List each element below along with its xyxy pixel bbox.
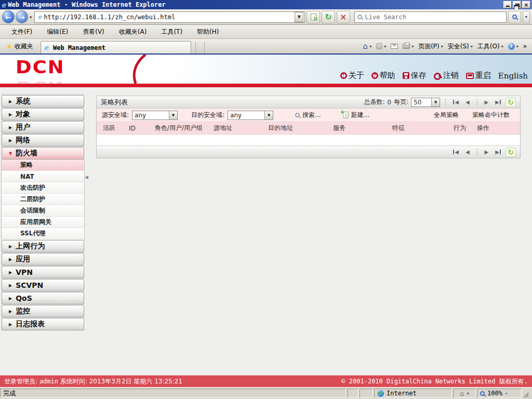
- favorites-button[interactable]: ★ 收藏夹: [2, 41, 37, 52]
- sidebar-item-vpn[interactable]: ▶VPN: [2, 266, 84, 278]
- dst-zone-select[interactable]: any ▼: [228, 111, 273, 120]
- sidebar-subitem-label: 二层防护: [20, 195, 45, 204]
- sidebar-subitem-l2-protection[interactable]: 二层防护: [1, 194, 85, 205]
- reboot-link[interactable]: 重启: [466, 71, 491, 81]
- status-panel: [347, 389, 358, 398]
- save-link[interactable]: 保存: [403, 71, 427, 81]
- ie-logo-icon: e: [2, 2, 6, 8]
- logout-link[interactable]: 注销: [434, 71, 459, 81]
- help-icon: ?: [508, 43, 515, 50]
- sidebar-subitem-label: 会话限制: [20, 206, 45, 215]
- restore-button[interactable]: [513, 1, 521, 8]
- home-icon: ⌂: [363, 42, 368, 51]
- sidebar-item-label: 日志报表: [16, 320, 45, 329]
- stop-button[interactable]: ×: [337, 11, 350, 23]
- about-link[interactable]: !关于: [340, 71, 364, 81]
- tab-web-management[interactable]: e Web Management: [41, 41, 191, 54]
- src-zone-select[interactable]: any ▼: [132, 111, 178, 120]
- address-input[interactable]: e http://192.168.1.1/zh_cn/webui.html ▼: [34, 11, 305, 23]
- back-button[interactable]: ←: [2, 10, 15, 23]
- per-page-label: 每页:: [394, 98, 408, 107]
- feeds-button[interactable]: ▾: [376, 43, 386, 49]
- address-dropdown-button[interactable]: ▼: [295, 12, 303, 22]
- sidebar-item-log-report[interactable]: ▶日志报表: [2, 318, 84, 330]
- chevron-right-icon: ▶: [9, 309, 12, 314]
- monitor-icon: [466, 73, 474, 79]
- sidebar-item-monitor[interactable]: ▶监控: [2, 305, 84, 317]
- safety-menu-button[interactable]: 安全(S)▾: [448, 42, 473, 51]
- refresh-list-button[interactable]: ↻: [506, 148, 516, 157]
- sidebar-item-qos[interactable]: ▶QoS: [2, 292, 84, 304]
- dst-zone-value: any: [228, 112, 264, 119]
- first-page-button[interactable]: ◀: [451, 149, 461, 155]
- menu-tools[interactable]: 工具(T): [154, 26, 190, 38]
- help-button[interactable]: ?▾: [508, 43, 518, 50]
- sidebar-splitter[interactable]: ◀: [85, 87, 89, 375]
- overflow-chevron[interactable]: »: [523, 43, 527, 50]
- sidebar-item-scvpn[interactable]: ▶SCVPN: [2, 279, 84, 291]
- sidebar-subitem-policy[interactable]: 策略: [1, 159, 85, 171]
- page-menu-button[interactable]: 页面(P)▾: [418, 42, 443, 51]
- chevron-right-icon: ▶: [9, 112, 12, 117]
- menu-view[interactable]: 查看(V): [75, 26, 112, 38]
- sidebar-subitem-nat[interactable]: NAT: [1, 171, 85, 182]
- search-options-button[interactable]: ▾: [523, 11, 530, 23]
- sidebar-item-network[interactable]: ▶网络: [2, 134, 84, 147]
- resize-grip[interactable]: ◢: [523, 389, 531, 398]
- new-tab-stub[interactable]: [195, 42, 205, 54]
- language-link[interactable]: English: [498, 71, 528, 81]
- search-button[interactable]: 搜索...: [295, 111, 321, 119]
- close-button[interactable]: ×: [522, 1, 530, 8]
- sidebar-subitem-alg[interactable]: 应用层网关: [1, 217, 85, 228]
- last-page-button[interactable]: ▶: [493, 149, 503, 155]
- prev-page-button[interactable]: ◀: [463, 149, 472, 155]
- system-time-label: 系统时间:: [60, 377, 87, 386]
- tools-menu-button[interactable]: 工具(O)▾: [477, 42, 503, 51]
- menu-help[interactable]: 帮助(H): [190, 26, 226, 38]
- read-mail-button[interactable]: [391, 44, 398, 49]
- sidebar-subitem-session-limit[interactable]: 会话限制: [1, 205, 85, 217]
- about-icon: !: [340, 72, 347, 79]
- key-icon: [434, 72, 442, 79]
- panel-title-bar: 策略列表 总条数: 0 每页: 50 ▼ ◀ ◀ ▶ ▶ ↻: [97, 96, 520, 109]
- help-link[interactable]: ?帮助: [371, 71, 395, 81]
- sidebar-item-web-behavior[interactable]: ▶上网行为: [2, 240, 84, 252]
- prev-page-button[interactable]: ◀: [463, 99, 472, 105]
- menu-edit[interactable]: 编辑(E): [39, 26, 75, 38]
- zoom-control[interactable]: 100% ▾: [477, 389, 522, 398]
- refresh-list-button[interactable]: ↻: [506, 98, 516, 107]
- refresh-button[interactable]: ↻: [322, 11, 335, 23]
- sidebar-item-user[interactable]: ▶用户: [2, 121, 84, 134]
- menu-favorites[interactable]: 收藏夹(A): [112, 26, 154, 38]
- policy-hit-count-link[interactable]: 策略命中计数: [467, 111, 515, 119]
- protected-mode-button[interactable]: ⌂ ▾: [453, 389, 476, 398]
- live-search-input[interactable]: Live Search: [354, 11, 507, 23]
- sidebar-subitem-ssl-proxy[interactable]: SSL代理: [1, 228, 85, 240]
- sidebar-item-object[interactable]: ▶对象: [2, 108, 84, 121]
- system-time-value: 2013年3月2日 星期六 13:25:21: [89, 377, 182, 386]
- sidebar-item-system[interactable]: ▶系统: [2, 95, 84, 108]
- dropdown-icon: ▾: [501, 44, 503, 49]
- menu-file[interactable]: 文件(F): [4, 26, 39, 38]
- next-page-button[interactable]: ▶: [483, 99, 491, 105]
- sidebar-subitem-label: NAT: [20, 173, 34, 180]
- home-button[interactable]: ⌂▾: [363, 42, 372, 51]
- sidebar-item-application[interactable]: ▶应用: [2, 253, 84, 265]
- global-policy-link[interactable]: 全局策略: [429, 111, 464, 119]
- new-policy-button[interactable]: 新建...: [343, 111, 369, 119]
- recent-pages-dropdown[interactable]: ▾: [30, 15, 32, 20]
- per-page-select[interactable]: 50 ▼: [411, 98, 440, 107]
- last-page-button[interactable]: ▶: [493, 99, 503, 105]
- first-page-button[interactable]: ◀: [451, 99, 461, 105]
- print-button[interactable]: ▾: [403, 44, 414, 49]
- sidebar-item-firewall[interactable]: ▼防火墙: [2, 147, 84, 159]
- dropdown-icon: ▼: [431, 98, 440, 107]
- minimize-button[interactable]: [503, 1, 512, 8]
- pager-bottom: ◀ ◀ ▶ ▶ ↻: [451, 148, 516, 157]
- next-page-button[interactable]: ▶: [483, 149, 491, 155]
- feed-icon: [376, 43, 382, 49]
- search-go-button[interactable]: [508, 11, 521, 23]
- forward-button[interactable]: →: [16, 10, 28, 23]
- compatibility-button[interactable]: [307, 11, 320, 23]
- sidebar-subitem-attack-defense[interactable]: 攻击防护: [1, 182, 85, 194]
